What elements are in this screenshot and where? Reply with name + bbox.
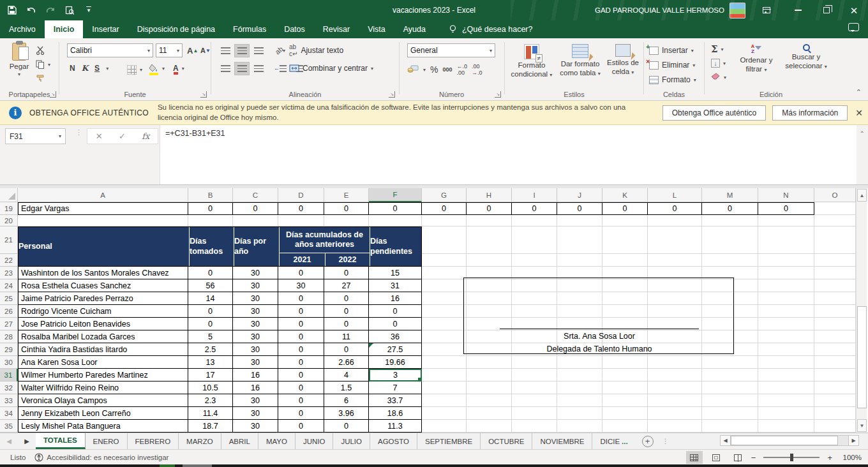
select-all-corner[interactable] bbox=[0, 188, 18, 202]
cell-E19[interactable]: 0 bbox=[324, 202, 369, 215]
sheet-tab-noviembre[interactable]: NOVIEMBRE bbox=[532, 433, 592, 449]
cell-O25[interactable] bbox=[814, 292, 856, 305]
cell-E28[interactable]: 11 bbox=[324, 330, 369, 343]
cell-D23[interactable]: 0 bbox=[278, 267, 324, 279]
get-office-button[interactable]: Obtenga Office auténtico bbox=[662, 105, 767, 121]
cell-A19[interactable]: Edgar Vargas bbox=[18, 202, 188, 215]
col-header-I[interactable]: I bbox=[512, 188, 557, 202]
cell-A31[interactable]: Wilmer Humberto Paredes Martinez bbox=[18, 369, 188, 382]
col-header-F[interactable]: F bbox=[369, 188, 422, 202]
cell-M21[interactable] bbox=[702, 226, 758, 254]
cell-C33[interactable]: 30 bbox=[233, 394, 278, 407]
align-top-icon[interactable] bbox=[218, 44, 233, 57]
cell-F23[interactable]: 15 bbox=[369, 267, 422, 279]
cancel-icon[interactable]: ✕ bbox=[96, 131, 103, 141]
cell-E33[interactable]: 6 bbox=[324, 394, 369, 407]
orientation-icon[interactable]: ab▾ bbox=[273, 44, 288, 57]
row-header-23[interactable]: 23 bbox=[0, 267, 18, 279]
cell-I34[interactable] bbox=[512, 407, 557, 420]
cell-B32[interactable]: 10.5 bbox=[188, 382, 233, 394]
cell-B34[interactable]: 11.4 bbox=[188, 407, 233, 420]
row-header-20[interactable]: 20 bbox=[0, 215, 18, 226]
row-header-21[interactable]: 21 bbox=[0, 226, 18, 254]
undo-icon[interactable] bbox=[23, 2, 40, 19]
cell-A25[interactable]: Jaime Patricio Paredes Perrazo bbox=[18, 292, 188, 305]
more-info-button[interactable]: Más información bbox=[772, 105, 848, 121]
cell-K35[interactable] bbox=[602, 420, 648, 433]
col-header-L[interactable]: L bbox=[648, 188, 702, 202]
cell-D35[interactable]: 0 bbox=[278, 420, 324, 433]
signature-textbox[interactable]: Srta. Ana Sosa Loor Delegada de Talento … bbox=[463, 278, 734, 354]
cell-L22[interactable] bbox=[648, 254, 702, 267]
cell-J33[interactable] bbox=[557, 394, 602, 407]
format-as-table-button[interactable]: Dar formato como tabla ▾ bbox=[557, 44, 603, 78]
header-dias-por-ano[interactable]: Días por año bbox=[234, 227, 279, 266]
align-bottom-icon[interactable] bbox=[251, 44, 266, 57]
cell-F24[interactable]: 31 bbox=[369, 279, 422, 292]
cell-E26[interactable]: 0 bbox=[324, 305, 369, 318]
cell-K32[interactable] bbox=[602, 382, 648, 394]
accessibility-status[interactable]: Accesibilidad: es necesario investigar bbox=[34, 453, 168, 462]
cell-N21[interactable] bbox=[758, 226, 814, 254]
cell-F28[interactable]: 36 bbox=[369, 330, 422, 343]
cell-K21[interactable] bbox=[602, 226, 648, 254]
cell-F25[interactable]: 16 bbox=[369, 292, 422, 305]
ribbon-tab-f-rmulas[interactable]: Fórmulas bbox=[224, 20, 275, 38]
align-left-icon[interactable] bbox=[218, 62, 233, 75]
cell-G31[interactable] bbox=[422, 369, 467, 382]
ribbon-tab-archivo[interactable]: Archivo bbox=[0, 20, 45, 38]
row-header-34[interactable]: 34 bbox=[0, 407, 18, 420]
header-personal[interactable]: Personal bbox=[19, 227, 189, 266]
cell-O21[interactable] bbox=[814, 226, 856, 254]
row-header-33[interactable]: 33 bbox=[0, 394, 18, 407]
scroll-up-icon[interactable]: ▲ bbox=[857, 189, 867, 202]
cell-J32[interactable] bbox=[557, 382, 602, 394]
cell-I22[interactable] bbox=[512, 254, 557, 267]
tell-me-search[interactable]: ¿Qué desea hacer? bbox=[449, 20, 533, 38]
cell-D19[interactable]: 0 bbox=[278, 202, 324, 215]
ribbon-tab-insertar[interactable]: Insertar bbox=[83, 20, 128, 38]
cell-H21[interactable] bbox=[467, 226, 512, 254]
cell-B26[interactable]: 0 bbox=[188, 305, 233, 318]
formula-input[interactable]: =+C31-B31+E31 bbox=[160, 125, 857, 184]
cell-L30[interactable] bbox=[648, 356, 702, 369]
horizontal-scrollbar[interactable]: ◀ ▶ bbox=[720, 435, 859, 446]
cell-O28[interactable] bbox=[814, 330, 856, 343]
cell-M35[interactable] bbox=[702, 420, 758, 433]
cell-K34[interactable] bbox=[602, 407, 648, 420]
cell-I21[interactable] bbox=[512, 226, 557, 254]
col-header-E[interactable]: E bbox=[324, 188, 369, 202]
cell-J30[interactable] bbox=[557, 356, 602, 369]
sheet-tab-abril[interactable]: ABRIL bbox=[221, 433, 258, 449]
cell-F27[interactable]: 0 bbox=[369, 318, 422, 330]
cell-L19[interactable]: 0 bbox=[648, 202, 702, 215]
cell-B31[interactable]: 17 bbox=[188, 369, 233, 382]
cell-G34[interactable] bbox=[422, 407, 467, 420]
cell-C23[interactable]: 30 bbox=[233, 267, 278, 279]
sort-filter-button[interactable]: AZ Ordenar y filtrar ▾ bbox=[735, 44, 777, 74]
increase-decimal-icon[interactable]: ←.0.00 bbox=[457, 63, 468, 76]
cell-M31[interactable] bbox=[702, 369, 758, 382]
cell-F30[interactable]: 19.66 bbox=[369, 356, 422, 369]
cell-C19[interactable]: 0 bbox=[233, 202, 278, 215]
decrease-indent-icon[interactable]: ← bbox=[273, 62, 288, 75]
cell-O29[interactable] bbox=[814, 343, 856, 356]
print-preview-icon[interactable] bbox=[61, 2, 78, 19]
col-header-B[interactable]: B bbox=[188, 188, 233, 202]
cell-I19[interactable]: 0 bbox=[512, 202, 557, 215]
cell-B25[interactable]: 14 bbox=[188, 292, 233, 305]
cell-B24[interactable]: 56 bbox=[188, 279, 233, 292]
sheet-tab-marzo[interactable]: MARZO bbox=[179, 433, 221, 449]
sheet-tab-dicie[interactable]: DICIE... bbox=[592, 433, 635, 449]
cell-C31[interactable]: 16 bbox=[233, 369, 278, 382]
header-acumulados[interactable]: Días acumulados de años anteriores bbox=[280, 227, 370, 253]
cell-B28[interactable]: 5 bbox=[188, 330, 233, 343]
cell-G27[interactable] bbox=[422, 318, 467, 330]
cell-D20[interactable] bbox=[278, 215, 324, 226]
scroll-left-icon[interactable]: ◀ bbox=[720, 435, 731, 446]
cell-E20[interactable] bbox=[324, 215, 369, 226]
page-layout-view-icon[interactable] bbox=[708, 451, 724, 464]
cell-O34[interactable] bbox=[814, 407, 856, 420]
col-header-M[interactable]: M bbox=[702, 188, 758, 202]
name-box[interactable]: F31 ▾ bbox=[5, 128, 66, 144]
